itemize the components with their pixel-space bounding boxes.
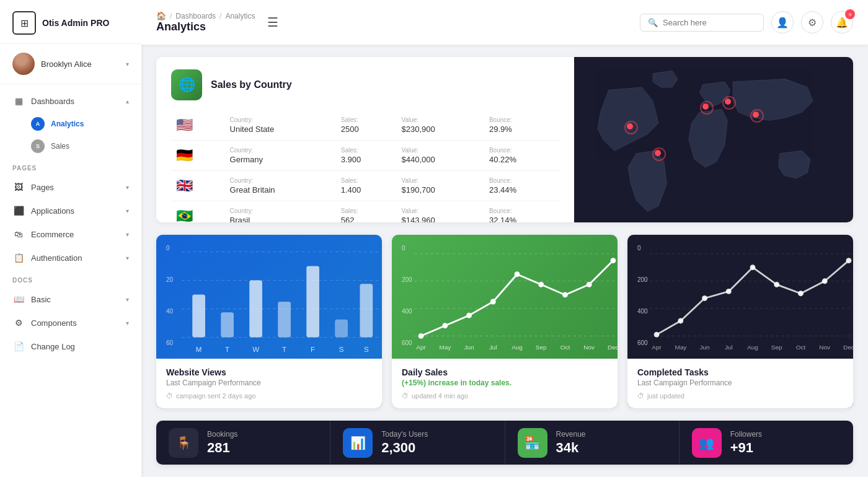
svg-text:Jul: Jul bbox=[725, 344, 733, 351]
svg-point-46 bbox=[702, 295, 707, 301]
svg-text:Apr: Apr bbox=[652, 344, 662, 351]
applications-icon: ⬛ bbox=[12, 204, 25, 217]
svg-text:Dec: Dec bbox=[608, 344, 618, 351]
country-bounce: Bounce: 40.22% bbox=[484, 141, 559, 171]
sidebar-item-basic[interactable]: 📖 Basic ▾ bbox=[0, 287, 141, 311]
breadcrumb-dashboards[interactable]: Dashboards bbox=[175, 12, 216, 20]
country-bounce: Bounce: 23.44% bbox=[484, 171, 559, 201]
sidebar-item-changelog[interactable]: 📄 Change Log bbox=[0, 335, 141, 358]
country-info: Country: United State bbox=[225, 110, 336, 141]
stat-value-users: 2,300 bbox=[381, 440, 428, 456]
svg-text:Nov: Nov bbox=[583, 344, 595, 351]
analytics-label: Analytics bbox=[51, 120, 84, 128]
svg-text:T: T bbox=[225, 346, 229, 353]
svg-rect-9 bbox=[335, 320, 348, 338]
bar-chart-svg: M T W T F S S bbox=[179, 245, 382, 359]
basic-icon: 📖 bbox=[12, 293, 25, 305]
country-flag: 🇧🇷 bbox=[171, 201, 225, 223]
logo-text: Otis Admin PRO bbox=[42, 18, 109, 28]
basic-label: Basic bbox=[31, 295, 120, 304]
menu-toggle-icon[interactable]: ☰ bbox=[267, 15, 278, 30]
changelog-icon: 📄 bbox=[12, 340, 25, 352]
sidebar: ⊞ Otis Admin PRO Brooklyn Alice ▾ ▦ Dash… bbox=[0, 0, 141, 477]
country-row: 🇩🇪 Country: Germany Sales: 3.900 Value: … bbox=[171, 141, 559, 171]
stat-label-followers: Followers bbox=[730, 430, 762, 439]
pages-label: Pages bbox=[31, 183, 120, 192]
website-views-card: 60 40 20 0 bbox=[156, 235, 382, 408]
svg-point-23 bbox=[442, 323, 448, 328]
search-box[interactable]: 🔍 bbox=[640, 14, 764, 32]
basic-chevron-icon: ▾ bbox=[126, 296, 129, 303]
svg-point-48 bbox=[750, 265, 756, 270]
website-views-chart: 60 40 20 0 bbox=[156, 235, 382, 359]
settings-icon-btn[interactable]: ⚙ bbox=[801, 11, 823, 33]
user-name: Brooklyn Alice bbox=[41, 59, 92, 69]
country-value: Value: $440,000 bbox=[397, 141, 484, 171]
svg-text:F: F bbox=[311, 346, 315, 353]
svg-point-30 bbox=[611, 258, 616, 263]
sidebar-item-authentication[interactable]: 📋 Authentication ▾ bbox=[0, 246, 141, 269]
svg-point-45 bbox=[678, 318, 683, 324]
completed-tasks-chart: 600 400 200 0 bbox=[627, 235, 853, 359]
svg-text:M: M bbox=[196, 346, 202, 353]
completed-tasks-title: Completed Tasks bbox=[637, 367, 843, 377]
sales-globe-icon: 🌐 bbox=[171, 69, 202, 100]
search-input[interactable] bbox=[663, 18, 750, 27]
user-icon-btn[interactable]: 👤 bbox=[771, 11, 794, 33]
stat-label-revenue: Revenue bbox=[556, 430, 586, 439]
breadcrumb: 🏠 / Dashboards / Analytics bbox=[156, 11, 255, 20]
svg-point-22 bbox=[418, 333, 424, 339]
sidebar-item-dashboards[interactable]: ▦ Dashboards ▴ bbox=[0, 89, 141, 113]
home-icon[interactable]: 🏠 bbox=[156, 11, 166, 20]
daily-sales-info: Daily Sales (+15%) increase in today sal… bbox=[392, 359, 618, 408]
map-dot-brazil bbox=[655, 150, 661, 156]
country-row: 🇬🇧 Country: Great Britain Sales: 1.400 V… bbox=[171, 171, 559, 201]
country-bounce: Bounce: 32.14% bbox=[484, 201, 559, 223]
sidebar-item-components[interactable]: ⚙ Components ▾ bbox=[0, 311, 141, 335]
stat-icon-users: 📊 bbox=[343, 428, 373, 458]
components-icon: ⚙ bbox=[12, 317, 25, 329]
svg-point-50 bbox=[798, 291, 804, 296]
header: 🏠 / Dashboards / Analytics Analytics ☰ 🔍… bbox=[141, 0, 868, 45]
map-dot-russia bbox=[725, 98, 731, 105]
stat-bookings: 🪑 Bookings 281 bbox=[156, 421, 330, 465]
daily-sales-time: ⏱ updated 4 min ago bbox=[402, 392, 608, 400]
analytics-dot: A bbox=[31, 117, 45, 131]
sidebar-item-applications[interactable]: ⬛ Applications ▾ bbox=[0, 199, 141, 222]
country-value: Value: $230,900 bbox=[397, 110, 484, 141]
ecommerce-label: Ecommerce bbox=[31, 230, 120, 239]
stat-users: 📊 Today's Users 2,300 bbox=[330, 421, 505, 465]
stat-icon-bookings: 🪑 bbox=[169, 428, 198, 458]
notifications-icon-btn[interactable]: 🔔 9 bbox=[831, 11, 853, 33]
avatar bbox=[12, 53, 35, 75]
daily-sales-card: 600 400 200 0 bbox=[392, 235, 618, 408]
svg-point-26 bbox=[515, 271, 520, 277]
svg-text:Nov: Nov bbox=[819, 344, 830, 351]
svg-rect-5 bbox=[221, 312, 234, 337]
breadcrumb-sep2: / bbox=[219, 12, 221, 20]
ecommerce-chevron-icon: ▾ bbox=[126, 231, 129, 238]
sales-by-country-card: 🌐 Sales by Country 🇺🇸 Country: United St… bbox=[156, 57, 853, 222]
map-dot-asia bbox=[753, 112, 759, 118]
country-row: 🇺🇸 Country: United State Sales: 2500 Val… bbox=[171, 110, 559, 141]
sidebar-item-analytics[interactable]: A Analytics bbox=[0, 113, 141, 135]
sidebar-item-sales[interactable]: S Sales bbox=[0, 135, 141, 157]
map-dot-europe bbox=[702, 103, 709, 110]
sales-label: Sales bbox=[51, 142, 69, 151]
svg-point-51 bbox=[822, 278, 828, 284]
completed-tasks-card: 600 400 200 0 bbox=[627, 235, 853, 408]
country-info: Country: Germany bbox=[225, 141, 336, 171]
breadcrumb-analytics[interactable]: Analytics bbox=[225, 12, 255, 20]
sales-card-header: 🌐 Sales by Country bbox=[171, 69, 559, 100]
line-chart-svg-daily: Apr May Jun Jul Aug Sep Oct Nov Dec bbox=[414, 245, 618, 359]
sidebar-item-pages[interactable]: 🖼 Pages ▾ bbox=[0, 175, 141, 199]
applications-label: Applications bbox=[31, 206, 120, 216]
map-dot-usa bbox=[627, 123, 633, 129]
country-flag: 🇩🇪 bbox=[171, 141, 225, 171]
sidebar-item-ecommerce[interactable]: 🛍 Ecommerce ▾ bbox=[0, 222, 141, 246]
user-profile[interactable]: Brooklyn Alice ▾ bbox=[0, 44, 141, 84]
components-chevron-icon: ▾ bbox=[126, 320, 129, 326]
world-map-svg bbox=[574, 57, 853, 222]
daily-sales-chart: 600 400 200 0 bbox=[392, 235, 618, 359]
stat-value-bookings: 281 bbox=[207, 440, 237, 456]
